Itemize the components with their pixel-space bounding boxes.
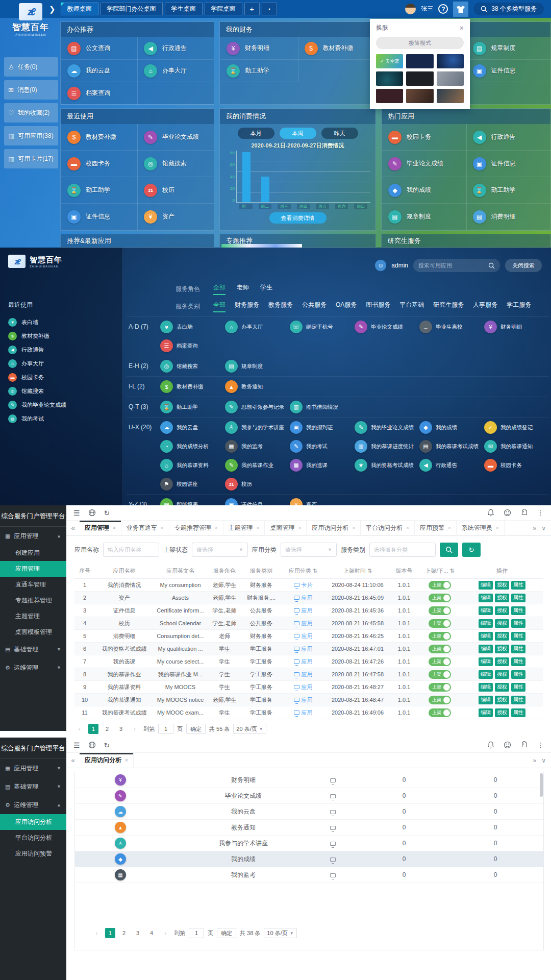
tab-close-icon[interactable]: × xyxy=(215,525,218,531)
app-item[interactable]: ☁我的云盘 xyxy=(160,418,225,437)
publish-toggle[interactable]: 上架 xyxy=(429,619,451,628)
page-tab[interactable]: 系统管理员× xyxy=(457,521,505,536)
cell-category[interactable]: 应用 xyxy=(281,607,325,615)
desktop-tab[interactable]: 学生桌面 xyxy=(165,3,203,15)
filter-option[interactable]: 研究生服务 xyxy=(433,301,464,312)
admin-avatar[interactable]: ☺ xyxy=(375,260,386,271)
tab-close-icon[interactable]: × xyxy=(125,757,128,763)
menu-toggle-icon[interactable]: ☰ xyxy=(73,741,80,749)
page-tab[interactable]: 桌面管理× xyxy=(265,521,307,536)
sidebar-submenu-item[interactable]: 应用管理 xyxy=(0,561,66,577)
sidebar-submenu-item[interactable]: 应用访问预警 xyxy=(0,846,66,862)
app-item[interactable]: ▣我的报到证 xyxy=(290,418,355,437)
app-item[interactable]: ✎我的毕业论文成绩 xyxy=(355,418,419,437)
page-tab[interactable]: 应用预警× xyxy=(415,521,457,536)
minimal-mode-button[interactable]: 极简模式 xyxy=(376,37,464,49)
tabs-scroll-right-icon[interactable]: » xyxy=(533,757,537,764)
sidebar-submenu-item[interactable]: 直通车管理 xyxy=(0,577,66,593)
tab-close-icon[interactable]: × xyxy=(161,525,164,531)
app-item[interactable]: ◎馆藏搜索 xyxy=(0,384,122,398)
action-button-编辑[interactable]: 编辑 xyxy=(479,670,493,679)
table-row[interactable]: 7我的选课My course select...学生学工服务应用2020-08-… xyxy=(74,655,543,668)
cell-category[interactable]: 应用 xyxy=(281,709,325,717)
page-prev-icon[interactable]: ‹ xyxy=(91,928,102,938)
analysis-row[interactable]: ▲教务通知00 xyxy=(75,820,543,836)
app-item[interactable]: $教材费补缴 xyxy=(0,329,122,343)
app-item[interactable]: ☏绑定手机号 xyxy=(290,317,355,336)
app-item[interactable]: 31校历 xyxy=(137,177,214,204)
page-tab[interactable]: 主题管理× xyxy=(223,521,265,536)
app-item[interactable]: ▤我的慕课考试成绩 xyxy=(419,437,484,456)
filter-option[interactable]: 全部 xyxy=(213,301,226,312)
action-button-编辑[interactable]: 编辑 xyxy=(479,645,493,653)
app-item[interactable]: 31校历 xyxy=(225,475,290,494)
action-button-授权[interactable]: 授权 xyxy=(495,606,509,615)
filter-option[interactable]: 学工服务 xyxy=(507,301,531,312)
column-header[interactable]: 上架/下... ⇅ xyxy=(418,564,461,579)
action-button-授权[interactable]: 授权 xyxy=(495,696,509,704)
app-item[interactable]: ✎我的考试 xyxy=(290,437,355,456)
app-item[interactable]: ✓我的成绩登记 xyxy=(484,418,549,437)
action-button-编辑[interactable]: 编辑 xyxy=(479,581,493,590)
app-item[interactable]: ◎馆藏搜索 xyxy=(160,357,225,376)
theme-palette-icon[interactable] xyxy=(504,509,511,517)
table-row[interactable]: 10我的慕课通知My MOOCS notice老师,学生学工服务应用2020-0… xyxy=(74,694,543,706)
tab-close-icon[interactable]: × xyxy=(448,525,451,531)
app-item[interactable]: ◀行政通告 xyxy=(0,343,122,357)
app-item[interactable]: ⌛勤工助学 xyxy=(466,177,551,204)
analysis-row[interactable]: ✎毕业论文成绩00 xyxy=(75,788,543,804)
page-tab[interactable]: 平台访问分析× xyxy=(361,521,415,536)
analysis-row[interactable]: ¥财务明细00 xyxy=(75,772,543,788)
tab-close-icon[interactable]: × xyxy=(496,525,499,531)
app-item[interactable]: ◀行政通告 xyxy=(419,456,484,475)
action-button-属性[interactable]: 属性 xyxy=(511,657,525,666)
more-vertical-icon[interactable]: ⋮ xyxy=(537,509,544,517)
confirm-button[interactable]: 确定 xyxy=(186,724,206,734)
jump-page-input[interactable]: 1 xyxy=(158,724,173,734)
sidebar-submenu-item[interactable]: 创建应用 xyxy=(0,545,66,561)
sidebar-menu[interactable]: ⚙运维管理▼ xyxy=(0,658,66,677)
globe-icon[interactable] xyxy=(88,741,96,749)
page-number[interactable]: 2 xyxy=(119,928,129,938)
app-item[interactable]: ⌂我的慕课资料 xyxy=(160,456,225,475)
cell-category[interactable]: 应用 xyxy=(281,696,325,704)
app-item[interactable]: ¥财务明细 xyxy=(484,317,549,336)
action-button-属性[interactable]: 属性 xyxy=(511,696,525,704)
publish-toggle[interactable]: 上架 xyxy=(429,594,451,602)
app-item[interactable]: ◆我的成绩 xyxy=(419,418,484,437)
sidebar-menu[interactable]: ▦应用管理▲ xyxy=(0,527,66,545)
app-item[interactable]: ▣证件信息 xyxy=(466,151,551,177)
app-item[interactable]: ¥资产 xyxy=(290,495,355,505)
tab-close-icon[interactable]: × xyxy=(113,525,116,531)
column-header[interactable]: 应用分类 ⇅ xyxy=(281,564,325,579)
app-item[interactable]: ▬校园卡务 xyxy=(0,371,122,384)
page-prev-icon[interactable]: ‹ xyxy=(74,724,85,734)
tab-close-icon[interactable]: × xyxy=(257,525,260,531)
filter-input[interactable]: 输入应用名称 xyxy=(103,543,159,557)
app-item[interactable]: ⌂办事大厅 xyxy=(225,317,290,336)
desktop-tab[interactable]: 教师桌面 xyxy=(61,3,98,15)
tab-close-icon[interactable]: × xyxy=(298,525,301,531)
page-number[interactable]: 2 xyxy=(102,724,112,734)
page-tab[interactable]: 应用访问分析× xyxy=(307,521,361,536)
page-next-icon[interactable]: › xyxy=(130,724,140,734)
skin-thumbnail[interactable] xyxy=(437,89,464,103)
range-button[interactable]: 本月 xyxy=(238,128,274,139)
app-item[interactable]: ☁我的云盘 xyxy=(61,60,137,82)
globe-icon[interactable] xyxy=(88,509,96,517)
action-button-编辑[interactable]: 编辑 xyxy=(479,619,493,628)
cell-category[interactable]: 卡片 xyxy=(281,581,325,589)
app-item[interactable]: ▥图书借阅情况 xyxy=(290,398,355,416)
more-vertical-icon[interactable]: ⋮ xyxy=(537,741,544,749)
app-item[interactable]: ◎馆藏搜索 xyxy=(137,151,214,177)
app-item[interactable]: ✎思想引领参与记录 xyxy=(225,398,290,416)
skin-shirt-icon[interactable] xyxy=(453,2,468,17)
tabs-menu-caret-icon[interactable]: ∨ xyxy=(541,757,546,764)
theme-palette-icon[interactable] xyxy=(504,741,511,749)
filter-option[interactable]: 教务服务 xyxy=(268,301,293,312)
skin-thumbnail[interactable] xyxy=(437,71,464,86)
app-item[interactable]: ◆我的成绩 xyxy=(382,177,466,204)
app-item[interactable]: ▣证件信息 xyxy=(61,204,137,230)
sidebar-menu[interactable]: ▤基础管理▼ xyxy=(0,777,66,796)
action-button-编辑[interactable]: 编辑 xyxy=(479,606,493,615)
